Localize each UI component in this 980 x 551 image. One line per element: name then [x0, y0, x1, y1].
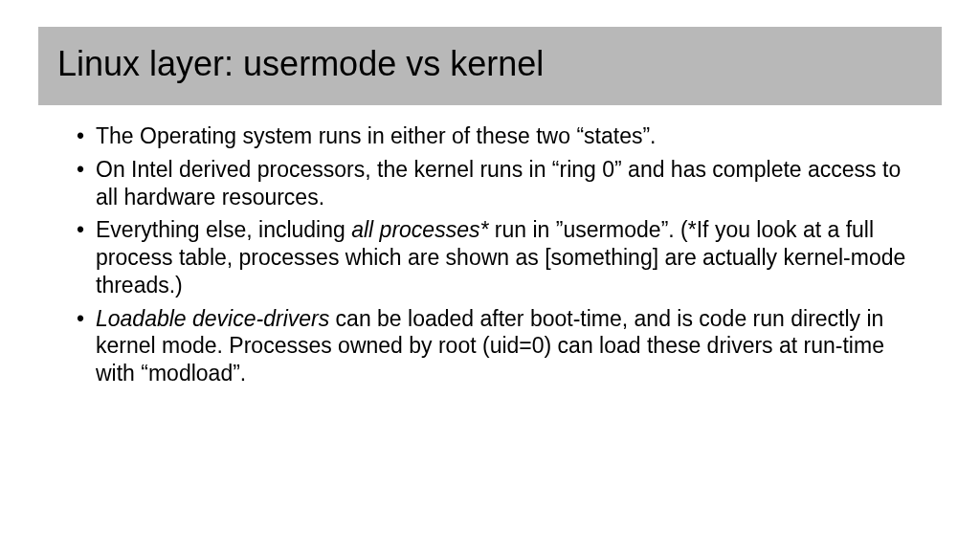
bullet-text-pre: Everything else, including: [96, 217, 351, 242]
slide: Linux layer: usermode vs kernel The Oper…: [0, 27, 980, 551]
bullet-list: The Operating system runs in either of t…: [77, 122, 923, 387]
bullet-item: On Intel derived processors, the kernel …: [77, 156, 923, 211]
bullet-text: The Operating system runs in either of t…: [96, 123, 656, 148]
bullet-item: Everything else, including all processes…: [77, 216, 923, 298]
slide-content: The Operating system runs in either of t…: [0, 105, 980, 387]
slide-title: Linux layer: usermode vs kernel: [57, 44, 923, 84]
bullet-item: Loadable device-drivers can be loaded af…: [77, 305, 923, 387]
bullet-text: On Intel derived processors, the kernel …: [96, 157, 901, 209]
title-bar: Linux layer: usermode vs kernel: [38, 27, 942, 105]
bullet-text-emphasis: all processes*: [351, 217, 488, 242]
bullet-item: The Operating system runs in either of t…: [77, 122, 923, 150]
bullet-text-emphasis: Loadable device-drivers: [96, 306, 329, 331]
